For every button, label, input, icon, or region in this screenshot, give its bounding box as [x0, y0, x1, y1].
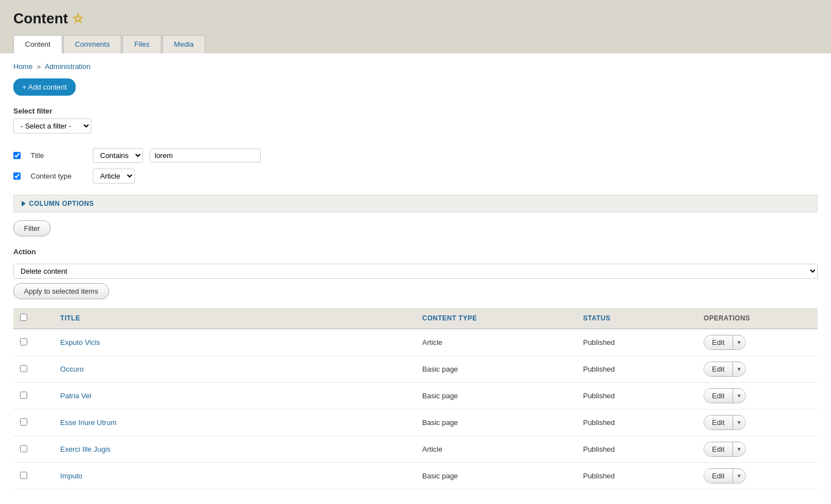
select-all-checkbox[interactable]	[20, 314, 27, 321]
row-checkbox-0[interactable]	[20, 338, 27, 345]
title-value-input[interactable]	[150, 149, 261, 162]
edit-button[interactable]: Edit	[704, 416, 733, 429]
edit-button[interactable]: Edit	[704, 362, 733, 376]
row-title: Exputo Vicis	[53, 329, 416, 356]
table-row: Exputo Vicis Article Published Edit ▾	[13, 329, 818, 356]
row-title-link[interactable]: Esse Iriure Utrum	[60, 418, 116, 427]
triangle-icon	[22, 201, 26, 206]
filter-section: Select filter - Select a filter -	[13, 107, 818, 134]
row-title-link[interactable]: Occuro	[60, 365, 83, 373]
row-operations: Edit ▾	[697, 436, 818, 463]
title-text: Content	[13, 10, 68, 27]
row-title-link[interactable]: Imputo	[60, 472, 82, 480]
th-operations: OPERATIONS	[697, 308, 818, 329]
row-title: Exerci Ille Jugis	[53, 436, 416, 463]
row-checkbox-cell	[13, 329, 53, 356]
table-row: Occuro Basic page Published Edit ▾	[13, 356, 818, 383]
tab-content[interactable]: Content	[13, 35, 62, 53]
row-checkbox-3[interactable]	[20, 418, 27, 426]
title-checkbox[interactable]	[13, 152, 21, 159]
tab-comments[interactable]: Comments	[63, 35, 122, 53]
edit-dropdown-button[interactable]: ▾	[733, 470, 745, 482]
edit-dropdown-button[interactable]: ▾	[733, 416, 745, 429]
page-header: Content ☆ Content Comments Files Media	[0, 0, 831, 53]
th-content-type[interactable]: CONTENT TYPE	[416, 308, 576, 329]
page-title: Content ☆	[13, 10, 818, 27]
row-status: Published	[576, 463, 697, 490]
row-status: Published	[576, 356, 697, 383]
row-title-link[interactable]: Exerci Ille Jugis	[60, 445, 110, 453]
breadcrumb-separator: »	[37, 62, 41, 71]
edit-button[interactable]: Edit	[704, 389, 733, 403]
edit-dropdown-button[interactable]: ▾	[733, 389, 745, 402]
action-select[interactable]: Delete content	[13, 264, 818, 279]
row-operations: Edit ▾	[697, 463, 818, 490]
row-content-type: Basic page	[416, 356, 576, 383]
row-status: Published	[576, 329, 697, 356]
row-checkbox-cell	[13, 356, 53, 383]
select-filter-dropdown[interactable]: - Select a filter -	[13, 118, 91, 134]
edit-dropdown-button[interactable]: ▾	[733, 443, 745, 456]
row-title: Patria Vel	[53, 383, 416, 409]
table-row: Esse Iriure Utrum Basic page Published E…	[13, 409, 818, 436]
edit-dropdown-button[interactable]: ▾	[733, 363, 745, 375]
filter-button[interactable]: Filter	[13, 220, 51, 236]
star-icon[interactable]: ☆	[72, 12, 83, 26]
row-operations: Edit ▾	[697, 356, 818, 383]
edit-button[interactable]: Edit	[704, 469, 733, 483]
content-type-select[interactable]: Article	[93, 169, 135, 184]
table-body: Exputo Vicis Article Published Edit ▾ Oc…	[13, 329, 818, 490]
tab-files[interactable]: Files	[122, 35, 161, 53]
edit-btn-group: Edit ▾	[704, 468, 745, 483]
row-content-type: Article	[416, 329, 576, 356]
edit-btn-group: Edit ▾	[704, 415, 745, 430]
edit-dropdown-button[interactable]: ▾	[733, 336, 745, 349]
breadcrumb-home[interactable]: Home	[13, 62, 33, 71]
row-checkbox-cell	[13, 409, 53, 436]
content-table: TITLE CONTENT TYPE STATUS OPERATIONS Exp…	[13, 308, 818, 490]
row-checkbox-cell	[13, 383, 53, 409]
breadcrumb: Home » Administration	[13, 62, 818, 71]
row-checkbox-4[interactable]	[20, 445, 27, 452]
edit-btn-group: Edit ▾	[704, 335, 745, 350]
row-content-type: Basic page	[416, 463, 576, 490]
row-status: Published	[576, 436, 697, 463]
row-operations: Edit ▾	[697, 409, 818, 436]
content-area: Home » Administration + Add content Sele…	[0, 53, 831, 498]
tab-media[interactable]: Media	[162, 35, 205, 53]
table-header: TITLE CONTENT TYPE STATUS OPERATIONS	[13, 308, 818, 329]
column-options-bar[interactable]: COLUMN OPTIONS	[13, 195, 818, 213]
edit-btn-group: Edit ▾	[704, 362, 745, 377]
row-title-link[interactable]: Exputo Vicis	[60, 338, 100, 347]
row-checkbox-1[interactable]	[20, 365, 27, 372]
th-title[interactable]: TITLE	[53, 308, 416, 329]
column-options-label: COLUMN OPTIONS	[29, 200, 94, 207]
action-label: Action	[13, 248, 818, 256]
th-status[interactable]: STATUS	[576, 308, 697, 329]
apply-button[interactable]: Apply to selected items	[13, 283, 109, 299]
breadcrumb-admin[interactable]: Administration	[44, 62, 90, 71]
content-type-checkbox[interactable]	[13, 172, 21, 180]
th-select-all	[13, 308, 53, 329]
title-filter-row: Title Contains	[13, 148, 818, 163]
edit-btn-group: Edit ▾	[704, 442, 745, 457]
content-type-filter-label: Content type	[31, 172, 86, 180]
title-filter-label: Title	[31, 151, 86, 160]
row-checkbox-2[interactable]	[20, 392, 27, 399]
row-checkbox-5[interactable]	[20, 472, 27, 479]
row-title: Occuro	[53, 356, 416, 383]
title-condition-select[interactable]: Contains	[93, 148, 143, 163]
row-status: Published	[576, 409, 697, 436]
action-section: Action Delete content Apply to selected …	[13, 248, 818, 299]
add-content-button[interactable]: + Add content	[13, 78, 76, 96]
row-status: Published	[576, 383, 697, 409]
edit-button[interactable]: Edit	[704, 442, 733, 456]
row-operations: Edit ▾	[697, 383, 818, 409]
edit-button[interactable]: Edit	[704, 335, 733, 349]
row-title-link[interactable]: Patria Vel	[60, 392, 91, 400]
edit-btn-group: Edit ▾	[704, 388, 745, 403]
row-title: Esse Iriure Utrum	[53, 409, 416, 436]
table-row: Exerci Ille Jugis Article Published Edit…	[13, 436, 818, 463]
table-row: Patria Vel Basic page Published Edit ▾	[13, 383, 818, 409]
row-checkbox-cell	[13, 436, 53, 463]
